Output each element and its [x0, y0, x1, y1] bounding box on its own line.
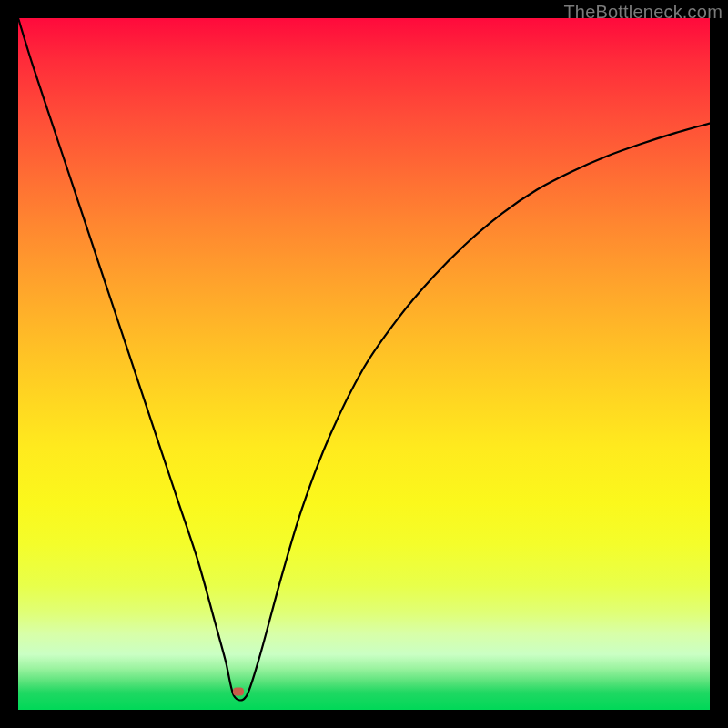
- watermark-text: TheBottleneck.com: [563, 2, 723, 23]
- chart-frame: TheBottleneck.com: [0, 0, 728, 728]
- plot-area: [18, 18, 710, 710]
- bottleneck-curve: [18, 18, 710, 710]
- min-marker: [233, 688, 244, 696]
